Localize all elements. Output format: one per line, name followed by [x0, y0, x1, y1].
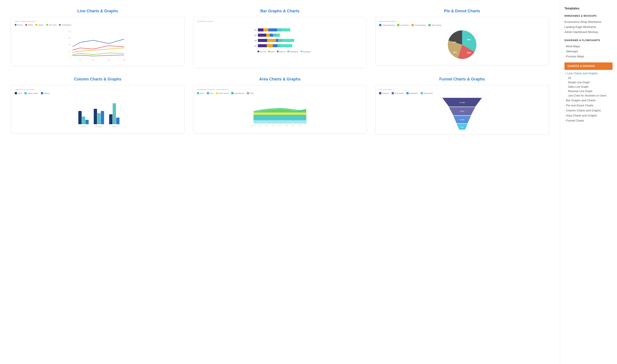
template-grid: Line Charts & Graphs SALES TREND ANALYSI… — [11, 9, 549, 134]
svg-text:February: February — [96, 126, 102, 128]
sidebar-expandable-piecharts[interactable]: › Pie and Donut Charts — [564, 103, 613, 108]
card-bar[interactable]: QUARTERLY SALES Q1 — [193, 17, 367, 68]
line-charts-submenu: All Simple Line Graph Sales Line Graph R… — [565, 76, 613, 98]
sidebar-active-charts[interactable]: CHARTS & GRAPHS — [564, 63, 613, 70]
svg-text:2016: 2016 — [285, 125, 288, 126]
pie-legend: Online Advertising Conventions Print Adv… — [379, 24, 545, 26]
card-title-pie: Pie & Donut Charts — [444, 9, 480, 13]
svg-text:14%: 14% — [452, 41, 456, 43]
card-pie[interactable]: MARKETING BUDGET Online Advertising Conv… — [375, 17, 549, 65]
chevron-icon: › — [564, 99, 565, 102]
svg-rect-37 — [280, 44, 292, 47]
sidebar-label-sitemaps: Sitemaps — [566, 50, 578, 53]
svg-text:2017: 2017 — [291, 125, 295, 126]
svg-point-43 — [277, 51, 279, 52]
chart-label-bar: QUARTERLY SALES — [197, 21, 363, 22]
sidebar-expandable-funnelcharts[interactable]: › Funnel Charts — [564, 118, 613, 123]
svg-text:850: 850 — [461, 126, 464, 128]
svg-text:Q1: Q1 — [254, 29, 257, 31]
svg-rect-16 — [263, 28, 268, 31]
sidebar-sub-simple-line[interactable]: Simple Line Graph — [568, 80, 613, 85]
svg-text:20: 20 — [69, 44, 70, 46]
line-chart: 0 10 20 30 40 Q1 Q2 Q3 Q4 — [15, 27, 181, 62]
svg-rect-15 — [258, 28, 263, 31]
card-group-column: Column Charts & Graphs CHANNEL ACQUISITI… — [11, 77, 184, 134]
svg-rect-31 — [282, 39, 294, 42]
svg-text:January: January — [81, 126, 86, 128]
svg-rect-63 — [101, 111, 104, 124]
chevron-down-icon: ∨ — [565, 72, 566, 75]
sidebar-expandable-bargraphs[interactable]: › Bar Graphs and Charts — [564, 98, 613, 103]
svg-text:Boston: Boston — [270, 51, 275, 52]
chevron-icon: › — [564, 55, 565, 58]
card-title-funnel: Funnel Charts & Graphs — [439, 77, 485, 81]
svg-text:2018: 2018 — [298, 125, 301, 126]
svg-rect-28 — [267, 39, 276, 42]
svg-text:46%: 46% — [467, 39, 471, 41]
pie-chart: 46% 24% 16% 14% — [379, 27, 545, 62]
sidebar-expandable-processmaps[interactable]: › Process Maps — [564, 54, 613, 59]
svg-point-45 — [287, 51, 289, 52]
svg-rect-58 — [78, 111, 82, 124]
svg-rect-25 — [276, 34, 280, 37]
sidebar-sub-revenue-line[interactable]: Revenue Line Graph — [568, 89, 613, 93]
svg-text:Q4: Q4 — [123, 59, 125, 61]
sidebar-expandable-mindmaps[interactable]: › Mind Maps — [564, 44, 613, 49]
sidebar-expandable-columncharts[interactable]: › Column Charts and Graphs — [564, 108, 613, 113]
svg-text:3,000: 3,000 — [460, 119, 465, 121]
card-funnel[interactable]: SALES FUNNEL Prospects Price Quotes Nego… — [375, 85, 549, 134]
svg-text:Q4: Q4 — [254, 45, 257, 47]
sidebar-sub-sessions-line[interactable]: Line Chart for Sessions vs Users — [568, 93, 613, 98]
svg-text:10: 10 — [69, 51, 70, 52]
main-content: Line Charts & Graphs SALES TREND ANALYSI… — [0, 0, 560, 364]
sidebar-section-wireframes: WIREFAMES & MOCKUPS — [564, 14, 613, 17]
chart-label-column: CHANNEL ACQUISITION — [15, 89, 181, 90]
sidebar-label-linecharts: Line Charts and Graphs — [567, 72, 598, 75]
sidebar-link-landing[interactable]: Landing Page Wireframe — [564, 24, 613, 29]
svg-text:Q2: Q2 — [254, 34, 257, 36]
svg-rect-17 — [268, 28, 277, 31]
chevron-icon: › — [564, 114, 565, 117]
column-chart: January February March — [15, 96, 181, 130]
chart-label-funnel: SALES FUNNEL — [379, 89, 545, 90]
svg-point-39 — [258, 51, 259, 52]
bar-chart: Q1 Q2 — [197, 24, 363, 65]
sidebar-expandable-areacharts[interactable]: › Area Charts and Graphs — [564, 113, 613, 118]
svg-rect-59 — [82, 117, 85, 124]
column-legend: Direct Organic Search Referral — [15, 92, 181, 94]
svg-text:Q3: Q3 — [108, 59, 110, 61]
sidebar-label-mindmaps: Mind Maps — [566, 45, 580, 48]
svg-text:New York: New York — [260, 51, 266, 52]
sidebar-expandable-linecharts[interactable]: ∨ Line Charts and Graphs — [565, 71, 613, 76]
svg-rect-60 — [85, 120, 89, 124]
card-group-line: Line Charts & Graphs SALES TREND ANALYSI… — [11, 9, 184, 68]
svg-text:16%: 16% — [453, 51, 457, 53]
svg-text:40: 40 — [69, 31, 70, 32]
sidebar-sub-all[interactable]: All — [568, 76, 613, 80]
sidebar-link-ecommerce[interactable]: Ecommerce Shop Wireframe — [564, 19, 613, 24]
card-area[interactable]: RENEWABLE ENERGY CONSUMPTION Hydro Wind … — [193, 85, 367, 133]
svg-rect-65 — [113, 103, 116, 124]
svg-text:0: 0 — [69, 57, 70, 59]
svg-point-41 — [268, 51, 270, 52]
svg-text:2013: 2013 — [265, 125, 268, 126]
card-column[interactable]: CHANNEL ACQUISITION Direct Organic Searc… — [11, 85, 184, 133]
sidebar-link-admin[interactable]: Admin Dashboard Mockup — [564, 29, 613, 35]
card-title-bar: Bar Graphs & Charts — [260, 9, 300, 13]
sidebar-expandable-sitemaps[interactable]: › Sitemaps — [564, 49, 613, 54]
svg-text:March: March — [112, 126, 116, 127]
card-group-funnel: Funnel Charts & Graphs SALES FUNNEL Pros… — [375, 77, 549, 134]
svg-text:12,000: 12,000 — [459, 102, 465, 104]
sidebar-sub-sales-line[interactable]: Sales Line Graph — [568, 85, 613, 89]
card-title-line: Line Charts & Graphs — [77, 9, 118, 13]
card-line[interactable]: SALES TREND ANALYSIS Phones Tablets Lapt… — [11, 17, 184, 66]
chevron-icon: › — [564, 104, 565, 107]
sidebar-label-processmaps: Process Maps — [566, 55, 584, 58]
svg-rect-22 — [266, 34, 270, 37]
svg-rect-30 — [278, 39, 282, 42]
svg-rect-34 — [267, 44, 273, 47]
svg-rect-27 — [258, 39, 267, 42]
sidebar-label-piecharts: Pie and Donut Charts — [566, 104, 593, 107]
svg-text:6,500: 6,500 — [460, 110, 465, 112]
svg-marker-73 — [253, 108, 306, 113]
